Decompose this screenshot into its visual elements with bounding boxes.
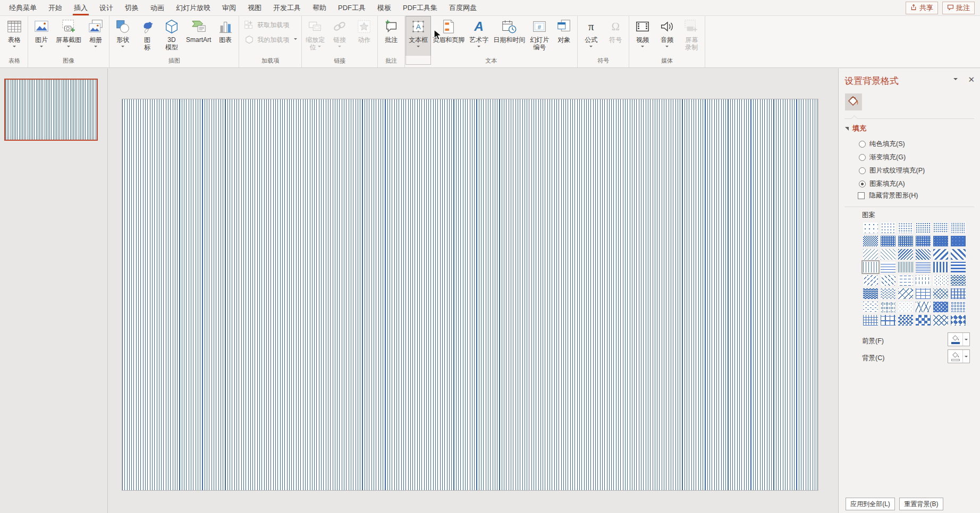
ribbon-button-photo-album[interactable]: 相册 bbox=[83, 16, 108, 56]
pattern-swatch-large-grid[interactable] bbox=[881, 315, 895, 326]
pattern-swatch-light-downward-diagonal[interactable] bbox=[863, 249, 878, 260]
pattern-swatch-pct90[interactable] bbox=[951, 236, 966, 246]
ribbon-button-chart[interactable]: 图表 bbox=[213, 16, 238, 56]
pattern-swatch-zigzag[interactable] bbox=[863, 288, 878, 299]
pattern-swatch-dark-upward-diagonal[interactable] bbox=[916, 249, 931, 260]
pattern-swatch-dark-vertical[interactable] bbox=[933, 262, 948, 272]
pattern-swatch-dotted-grid[interactable] bbox=[881, 302, 895, 312]
ribbon-button-header-footer[interactable]: 页眉和页脚 bbox=[430, 16, 467, 56]
ribbon-button-slide-number[interactable]: #幻灯片编号 bbox=[527, 16, 552, 56]
ribbon-button-equation[interactable]: π公式 bbox=[579, 16, 603, 56]
pattern-swatch-light-vertical[interactable] bbox=[863, 262, 878, 272]
pattern-swatch-wide-downward-diagonal[interactable] bbox=[933, 249, 948, 260]
panel-options-chevron-icon[interactable] bbox=[953, 78, 958, 82]
pattern-swatch-divot[interactable] bbox=[863, 302, 878, 312]
pattern-swatch-pct10[interactable] bbox=[881, 223, 895, 233]
background-color-button[interactable] bbox=[948, 349, 970, 363]
pattern-swatch-pct50[interactable] bbox=[863, 236, 878, 246]
ribbon-button-object[interactable]: 对象 bbox=[552, 16, 576, 56]
menu-tab-9[interactable]: 视图 bbox=[242, 0, 267, 15]
pattern-swatch-shingle[interactable] bbox=[916, 302, 931, 312]
pattern-swatch-trellis[interactable] bbox=[933, 302, 948, 312]
pattern-swatch-pct25[interactable] bbox=[916, 223, 931, 233]
menu-tab-12[interactable]: PDF工具 bbox=[332, 0, 371, 15]
pattern-swatch-wave[interactable] bbox=[881, 288, 895, 299]
pattern-swatch-narrow-vertical[interactable] bbox=[898, 262, 913, 272]
menu-tab-13[interactable]: 模板 bbox=[371, 0, 397, 15]
hide-background-graphics-option[interactable]: 隐藏背景图形(H) bbox=[858, 191, 918, 200]
pattern-swatch-large-confetti[interactable] bbox=[951, 275, 966, 286]
foreground-color-button[interactable] bbox=[948, 332, 970, 346]
pattern-swatch-pct75[interactable] bbox=[916, 236, 931, 246]
pattern-swatch-pct80[interactable] bbox=[933, 236, 948, 246]
comments-button[interactable]: 批注 bbox=[942, 2, 975, 14]
share-button[interactable]: 共享 bbox=[906, 2, 938, 14]
apply-to-all-button[interactable]: 应用到全部(L) bbox=[846, 498, 895, 510]
pattern-swatch-small-grid[interactable] bbox=[863, 315, 878, 326]
ribbon-button-audio[interactable]: 音频 bbox=[655, 16, 679, 56]
slide[interactable] bbox=[122, 99, 818, 491]
fill-option-4[interactable]: 图案填充(A) bbox=[859, 177, 925, 191]
pattern-swatch-wide-upward-diagonal[interactable] bbox=[951, 249, 966, 260]
pattern-swatch-horizontal-brick[interactable] bbox=[916, 288, 931, 299]
pattern-swatch-large-checker-board[interactable] bbox=[916, 315, 931, 326]
slide-thumbnail[interactable] bbox=[4, 79, 98, 141]
menu-tab-7[interactable]: 幻灯片放映 bbox=[170, 0, 216, 15]
ribbon-button-wordart[interactable]: A艺术字 bbox=[467, 16, 491, 56]
pattern-swatch-narrow-horizontal[interactable] bbox=[916, 262, 931, 272]
fill-option-1[interactable]: 纯色填充(S) bbox=[859, 138, 925, 151]
background-dropdown-icon[interactable] bbox=[962, 350, 969, 363]
pattern-swatch-pct60[interactable] bbox=[881, 236, 895, 246]
pattern-swatch-weave[interactable] bbox=[933, 288, 948, 299]
pattern-swatch-dashed-horizontal[interactable] bbox=[898, 275, 913, 286]
pattern-swatch-dark-downward-diagonal[interactable] bbox=[898, 249, 913, 260]
radio-button[interactable] bbox=[859, 181, 866, 187]
ribbon-button-table[interactable]: 表格 bbox=[2, 16, 27, 56]
pattern-swatch-pct70[interactable] bbox=[898, 236, 913, 246]
ribbon-button-video[interactable]: 视频 bbox=[630, 16, 655, 56]
ribbon-button-date-time[interactable]: 日期和时间 bbox=[491, 16, 527, 56]
ribbon-button-picture[interactable]: 图片 bbox=[29, 16, 54, 56]
ribbon-button-text-box[interactable]: A文本框 bbox=[406, 16, 430, 56]
radio-button[interactable] bbox=[859, 167, 866, 174]
pattern-swatch-dashed-upward-diagonal[interactable] bbox=[881, 275, 895, 286]
menu-tab-15[interactable]: 百度网盘 bbox=[443, 0, 483, 15]
reset-background-button[interactable]: 重置背景(B) bbox=[899, 498, 943, 510]
menu-tab-1[interactable]: 经典菜单 bbox=[3, 0, 43, 15]
pattern-swatch-light-upward-diagonal[interactable] bbox=[881, 249, 895, 260]
pattern-swatch-pct5[interactable] bbox=[863, 223, 878, 233]
menu-tab-8[interactable]: 审阅 bbox=[216, 0, 242, 15]
menu-tab-10[interactable]: 开发工具 bbox=[267, 0, 307, 15]
radio-button[interactable] bbox=[859, 154, 866, 161]
menu-tab-11[interactable]: 帮助 bbox=[307, 0, 332, 15]
pattern-swatch-pct30[interactable] bbox=[933, 223, 948, 233]
pattern-swatch-dotted-diamond[interactable] bbox=[898, 302, 913, 312]
panel-close-icon[interactable]: ✕ bbox=[966, 74, 977, 85]
ribbon-button-smartart[interactable]: SmartArt bbox=[184, 16, 213, 56]
ribbon-button-icons[interactable]: 图标 bbox=[135, 16, 159, 56]
menu-tab-5[interactable]: 切换 bbox=[119, 0, 145, 15]
menu-tab-4[interactable]: 设计 bbox=[94, 0, 119, 15]
pattern-swatch-small-checker-board[interactable] bbox=[898, 315, 913, 326]
radio-button[interactable] bbox=[859, 141, 866, 148]
pattern-swatch-diagonal-brick[interactable] bbox=[898, 288, 913, 299]
menu-tab-2[interactable]: 开始 bbox=[43, 0, 68, 15]
fill-tab[interactable] bbox=[845, 93, 862, 110]
menu-tab-6[interactable]: 动画 bbox=[145, 0, 170, 15]
pattern-swatch-solid-diamond[interactable] bbox=[951, 315, 966, 326]
menu-tab-3[interactable]: 插入 bbox=[68, 0, 94, 15]
pattern-swatch-dashed-vertical[interactable] bbox=[916, 275, 931, 286]
pattern-swatch-pct20[interactable] bbox=[898, 223, 913, 233]
pattern-swatch-pct40[interactable] bbox=[951, 223, 966, 233]
menu-tab-14[interactable]: PDF工具集 bbox=[397, 0, 443, 15]
fill-option-3[interactable]: 图片或纹理填充(P) bbox=[859, 164, 925, 177]
pattern-swatch-dark-horizontal[interactable] bbox=[951, 262, 966, 272]
pattern-swatch-small-confetti[interactable] bbox=[933, 275, 948, 286]
ribbon-button-comment[interactable]: 批注 bbox=[379, 16, 403, 56]
pattern-swatch-dashed-downward-diagonal[interactable] bbox=[863, 275, 878, 286]
pattern-swatch-light-horizontal[interactable] bbox=[881, 262, 895, 272]
pattern-swatch-sphere[interactable] bbox=[951, 302, 966, 312]
foreground-dropdown-icon[interactable] bbox=[962, 333, 969, 346]
ribbon-button-3d-models[interactable]: 3D模型 bbox=[159, 16, 184, 56]
pattern-swatch-plaid[interactable] bbox=[951, 288, 966, 299]
